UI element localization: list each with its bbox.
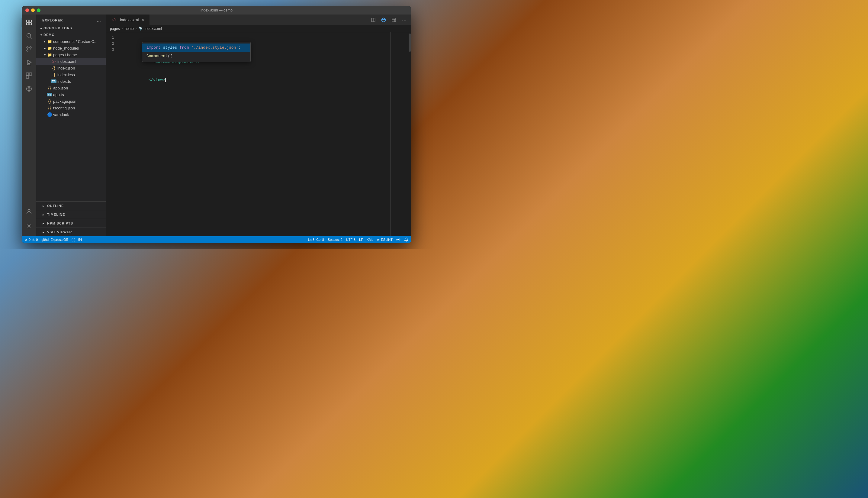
app-json-icon: {} — [47, 86, 52, 90]
npm-scripts-arrow — [41, 221, 46, 226]
line-numbers: 1 2 3 — [106, 32, 118, 236]
tab-label: index.axml — [120, 17, 139, 22]
minimize-button[interactable] — [31, 9, 35, 12]
account-activity-icon[interactable] — [24, 206, 35, 217]
close-button[interactable] — [25, 9, 29, 12]
components-folder[interactable]: 📁 components / CustomC... — [36, 38, 106, 45]
more-actions-icon[interactable]: ⋯ — [400, 16, 408, 24]
language-mode[interactable]: XML — [367, 238, 374, 241]
svg-rect-3 — [29, 23, 31, 25]
breadcrumb-home[interactable]: home — [125, 27, 134, 31]
explorer-activity-icon[interactable] — [24, 17, 35, 28]
index-ts-arrow — [46, 79, 51, 84]
autocomplete-item-1[interactable]: Component({ — [142, 52, 250, 61]
index-axml-label: index.axml — [57, 59, 103, 64]
editor-scrollbar[interactable] — [408, 32, 411, 236]
package-json-file[interactable]: {} package.json — [36, 98, 106, 105]
demo-label: DEMO — [43, 33, 103, 37]
run-activity-icon[interactable] — [24, 57, 35, 68]
line-number-3: 3 — [106, 47, 114, 53]
copilot-icon[interactable] — [379, 16, 388, 24]
ac-from-keyword: from — [179, 45, 191, 50]
maximize-button[interactable] — [37, 9, 40, 12]
breadcrumb-sep-1: › — [122, 27, 123, 31]
index-ts-label: index.ts — [57, 79, 103, 84]
app-ts-label: app.ts — [53, 92, 103, 97]
notification-bell[interactable] — [404, 237, 408, 242]
pages-home-folder[interactable]: 📁 pages / home — [36, 51, 106, 58]
tsconfig-json-file[interactable]: {} tsconfig.json — [36, 105, 106, 111]
split-editor-icon[interactable] — [369, 16, 378, 24]
encoding[interactable]: UTF-8 — [346, 238, 355, 241]
node-modules-folder[interactable]: 📁 node_modules — [36, 45, 106, 51]
autocomplete-item-0[interactable]: import styles from './index.style.json'; — [142, 43, 250, 52]
autocomplete-popup: import styles from './index.style.json';… — [142, 42, 251, 62]
search-activity-icon[interactable] — [24, 30, 35, 41]
editor-area: 〈/〉 index.axml ✕ — [106, 14, 411, 236]
timeline-section-header[interactable]: TIMELINE — [36, 210, 106, 219]
svg-point-17 — [28, 225, 30, 227]
status-bar: ⊗ 0 ⚠ 0 githd: Express Off {..} : 54 Ln … — [22, 236, 411, 243]
status-bar-left: ⊗ 0 ⚠ 0 githd: Express Off {..} : 54 — [25, 238, 82, 242]
outline-section-header[interactable]: OUTLINE — [36, 201, 106, 210]
sidebar-more-button[interactable]: ... — [97, 17, 101, 23]
githd-status[interactable]: githd: Express Off — [41, 238, 68, 241]
ac-component-func: Component — [147, 54, 168, 58]
app-json-file[interactable]: {} app.json — [36, 84, 106, 91]
svg-rect-14 — [26, 76, 29, 78]
svg-rect-20 — [392, 18, 396, 22]
vsix-viewer-section: VSIX VIEWER — [36, 227, 106, 236]
sidebar: EXPLORER ... OPEN EDITORS DEMO 📁 — [36, 14, 106, 236]
vsix-viewer-section-header[interactable]: VSIX VIEWER — [36, 228, 106, 236]
breadcrumb-file[interactable]: index.axml — [145, 27, 162, 31]
timeline-section: TIMELINE — [36, 210, 106, 219]
extensions-activity-icon[interactable] — [24, 70, 35, 81]
svg-rect-12 — [26, 73, 29, 75]
breadcrumb-pages[interactable]: pages — [110, 27, 120, 31]
app-json-arrow — [42, 86, 47, 90]
cursor-position[interactable]: Ln 3, Col 8 — [308, 238, 324, 241]
vsix-viewer-arrow — [41, 230, 46, 235]
index-axml-file[interactable]: 〈/〉 index.axml — [36, 58, 106, 65]
layout-icon[interactable] — [390, 16, 398, 24]
broadcast-icon[interactable] — [396, 237, 401, 242]
prettier-status[interactable]: {..} : 54 — [71, 238, 82, 241]
line-ending[interactable]: LF — [359, 238, 363, 241]
editor-toolbar-right: ⋯ — [369, 16, 411, 24]
editor-header: 〈/〉 index.axml ✕ — [106, 14, 411, 25]
svg-rect-2 — [27, 23, 29, 25]
settings-activity-icon[interactable] — [24, 221, 35, 232]
npm-scripts-section-header[interactable]: NPM SCRIPTS — [36, 219, 106, 227]
tab-close-button[interactable]: ✕ — [140, 17, 145, 22]
remote-activity-icon[interactable] — [24, 83, 35, 94]
code-editor[interactable]: <view> <custom-component /> </view> impo… — [118, 32, 390, 236]
sidebar-title: EXPLORER — [42, 18, 63, 22]
package-json-icon: {} — [47, 99, 52, 104]
svg-marker-9 — [27, 60, 31, 65]
demo-section[interactable]: DEMO — [36, 31, 106, 38]
indentation[interactable]: Spaces: 2 — [328, 238, 342, 241]
open-editors-section[interactable]: OPEN EDITORS — [36, 25, 106, 31]
eslint-status[interactable]: ⊘ ESLINT — [377, 238, 393, 242]
pages-home-arrow — [42, 52, 47, 57]
language-mode-label: XML — [367, 238, 374, 241]
svg-point-8 — [27, 50, 28, 51]
error-count[interactable]: ⊗ 0 ⚠ 0 — [25, 238, 38, 242]
node-modules-folder-icon: 📁 — [47, 45, 52, 51]
index-json-file[interactable]: {} index.json — [36, 65, 106, 71]
components-folder-icon: 📁 — [47, 39, 52, 44]
index-ts-file[interactable]: TS index.ts — [36, 78, 106, 84]
app-ts-file[interactable]: TS app.ts — [36, 91, 106, 98]
svg-line-5 — [30, 37, 32, 38]
window-title: index.axml — demo — [201, 8, 233, 12]
breadcrumb-rss-icon: 📡 — [139, 27, 143, 30]
source-control-activity-icon[interactable] — [24, 43, 35, 54]
tsconfig-json-label: tsconfig.json — [53, 106, 103, 110]
yarn-lock-file[interactable]: 🔵 yarn.lock — [36, 111, 106, 118]
cursor — [165, 78, 166, 82]
index-axml-tab[interactable]: 〈/〉 index.axml ✕ — [106, 14, 150, 25]
editor-scrollbar-thumb[interactable] — [409, 34, 411, 52]
index-less-file[interactable]: {} index.less — [36, 71, 106, 78]
svg-point-6 — [27, 47, 28, 48]
npm-scripts-section: NPM SCRIPTS — [36, 219, 106, 227]
